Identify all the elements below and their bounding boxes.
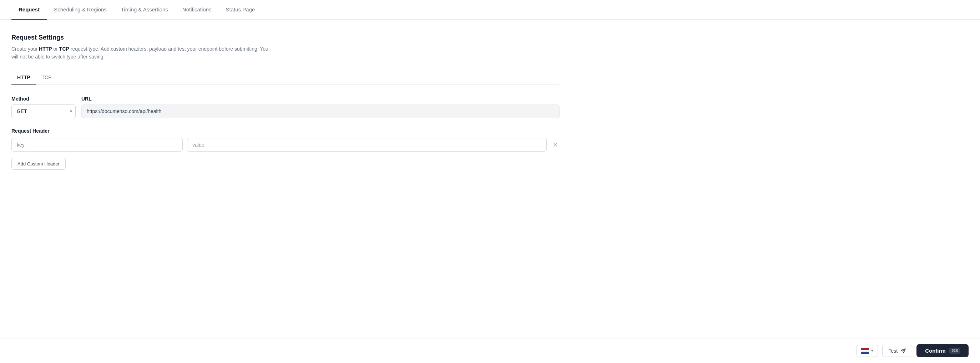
region-selector-button[interactable]: ▾ <box>856 345 878 357</box>
send-icon <box>900 348 906 354</box>
request-header-label: Request Header <box>11 128 560 134</box>
kbd-text: ⌘S <box>951 349 958 353</box>
add-header-label: Add Custom Header <box>18 161 60 166</box>
http-emphasis: HTTP <box>39 46 52 52</box>
svg-rect-2 <box>861 352 869 353</box>
tab-timing[interactable]: Timing & Assertions <box>114 0 175 20</box>
confirm-kbd-badge: ⌘S <box>949 348 960 354</box>
section-title: Request Settings <box>11 34 560 41</box>
url-group: URL <box>81 96 560 118</box>
section-description: Create your HTTP or TCP request type. Ad… <box>11 45 268 61</box>
bottom-bar: ▾ Test Confirm ⌘S <box>0 338 980 363</box>
top-tabs: Request Scheduling & Regions Timing & As… <box>0 0 980 20</box>
sub-tabs: HTTP TCP <box>11 71 560 84</box>
svg-rect-1 <box>861 348 869 350</box>
tcp-emphasis: TCP <box>59 46 69 52</box>
method-url-row: Method GET POST PUT PATCH DELETE HEAD ▾ … <box>11 96 560 118</box>
confirm-label: Confirm <box>925 348 946 354</box>
url-label: URL <box>81 96 560 101</box>
method-label: Method <box>11 96 76 101</box>
tab-notifications[interactable]: Notifications <box>175 0 219 20</box>
header-key-input[interactable] <box>11 138 183 152</box>
remove-header-button[interactable] <box>551 141 560 149</box>
sub-tab-tcp[interactable]: TCP <box>36 71 57 84</box>
test-button[interactable]: Test <box>882 345 912 357</box>
method-select[interactable]: GET POST PUT PATCH DELETE HEAD <box>11 105 76 118</box>
tab-scheduling[interactable]: Scheduling & Regions <box>47 0 114 20</box>
flag-icon <box>861 348 869 354</box>
tab-status[interactable]: Status Page <box>219 0 262 20</box>
url-input[interactable] <box>81 105 560 118</box>
method-group: Method GET POST PUT PATCH DELETE HEAD ▾ <box>11 96 76 118</box>
main-content: Request Settings Create your HTTP or TCP… <box>0 20 571 212</box>
test-label: Test <box>888 348 897 354</box>
add-custom-header-button[interactable]: Add Custom Header <box>11 158 66 170</box>
method-select-wrapper: GET POST PUT PATCH DELETE HEAD ▾ <box>11 105 76 118</box>
header-value-input[interactable] <box>187 138 547 152</box>
confirm-button[interactable]: Confirm ⌘S <box>916 344 969 357</box>
sub-tab-http[interactable]: HTTP <box>11 71 36 84</box>
header-row <box>11 138 560 152</box>
chevron-down-icon: ▾ <box>871 349 873 353</box>
tab-request[interactable]: Request <box>11 0 47 20</box>
